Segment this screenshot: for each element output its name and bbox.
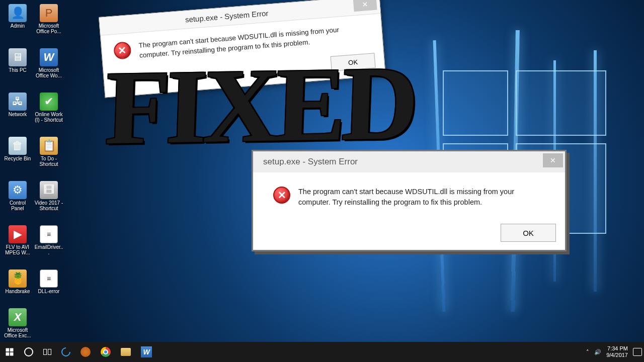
action-center-icon[interactable] (633, 348, 642, 356)
close-button[interactable]: ✕ (543, 153, 563, 167)
edge-icon (59, 345, 72, 358)
app-icon: W (40, 48, 58, 66)
explorer-button[interactable] (116, 342, 136, 362)
cortana-icon (24, 347, 33, 356)
app-icon: 👤 (9, 4, 27, 22)
close-button[interactable]: ✕ (353, 0, 377, 12)
app-icon: P (40, 4, 58, 22)
app-icon: 🎞 (40, 181, 58, 199)
desktop-icon[interactable]: 🍍Handbrake (3, 269, 32, 294)
task-view-button[interactable] (38, 342, 56, 362)
dialog-message: The program can't start because WDSUTIL.… (298, 187, 548, 208)
desktop-icon[interactable]: PMicrosoft Office Po... (34, 4, 63, 34)
desktop-icon[interactable]: 📋To Do - Shortcut (34, 137, 63, 167)
desktop-icon[interactable]: 🖧Network (3, 93, 32, 123)
task-view-icon (43, 349, 51, 355)
icon-label: Online Work (I) - Shortcut (34, 112, 63, 123)
svg-rect-1 (10, 348, 14, 352)
chrome-icon (101, 347, 111, 357)
firefox-button[interactable] (75, 342, 96, 362)
icon-label: Recycle Bin (5, 156, 31, 161)
desktop-icon[interactable]: 🗑Recycle Bin (3, 137, 32, 167)
app-icon: X (9, 308, 27, 326)
app-icon: ≡ (40, 225, 58, 243)
desktop-icons-grid: 👤AdminPMicrosoft Office Po...🖥This PCWMi… (3, 4, 63, 338)
start-button[interactable] (0, 342, 19, 362)
app-icon: 🖥 (9, 48, 27, 66)
chrome-button[interactable] (96, 342, 116, 362)
icon-label: Microsoft Office Wo... (34, 67, 63, 78)
icon-label: Control Panel (3, 200, 32, 211)
error-icon: ✕ (113, 41, 132, 60)
app-icon: ⚙ (9, 181, 27, 199)
svg-rect-0 (6, 348, 10, 352)
error-icon: ✕ (273, 187, 290, 204)
icon-label: FLV to AVI MPEG W... (3, 244, 32, 255)
icon-label: This PC (9, 67, 27, 73)
folder-icon (121, 348, 131, 356)
volume-icon[interactable]: 🔊 (594, 349, 601, 355)
clock-time: 7:34 PM (606, 345, 628, 352)
icon-label: DLL-error (38, 289, 60, 294)
icon-label: Admin (11, 23, 25, 29)
app-icon: ≡ (40, 269, 58, 288)
icon-label: Microsoft Office Po... (34, 23, 63, 34)
dialog-title: setup.exe - System Error (253, 157, 543, 167)
icon-label: Network (9, 112, 27, 117)
desktop-icon[interactable]: ≡DLL-error (34, 269, 63, 294)
edge-button[interactable] (56, 342, 75, 362)
icon-label: EmailDriver... (34, 244, 63, 255)
cortana-button[interactable] (19, 342, 38, 362)
icon-label: Video 2017 - Shortcut (34, 200, 63, 211)
ok-button[interactable]: OK (331, 53, 376, 71)
app-icon: 🍍 (9, 269, 27, 288)
desktop-icon[interactable]: 🖥This PC (3, 48, 32, 78)
clock-date: 9/4/2017 (606, 352, 628, 358)
desktop-icon[interactable]: XMicrosoft Office Exc... (3, 308, 32, 338)
dialog-titlebar[interactable]: setup.exe - System Error ✕ (253, 151, 565, 172)
word-taskbar-button[interactable]: W (136, 342, 157, 362)
desktop-icon[interactable]: WMicrosoft Office Wo... (34, 48, 63, 78)
firefox-icon (80, 347, 91, 357)
system-tray: ˄ 🔊 7:34 PM 9/4/2017 (586, 345, 644, 358)
svg-rect-3 (10, 352, 14, 356)
ok-button[interactable]: OK (501, 224, 556, 242)
desktop-icon[interactable]: ✔Online Work (I) - Shortcut (34, 93, 63, 123)
app-icon: 📋 (40, 137, 58, 155)
desktop-icon[interactable]: ▶FLV to AVI MPEG W... (3, 225, 32, 255)
desktop-icon[interactable]: ⚙Control Panel (3, 181, 32, 211)
icon-label: Handbrake (6, 289, 30, 294)
desktop-icon[interactable]: ≡EmailDriver... (34, 225, 63, 255)
app-icon: 🖧 (9, 93, 27, 111)
svg-rect-2 (6, 352, 10, 356)
error-dialog-2: setup.exe - System Error ✕ ✕ The program… (252, 150, 567, 251)
word-icon: W (141, 346, 152, 357)
app-icon: 🗑 (9, 137, 27, 155)
icon-label: Microsoft Office Exc... (3, 327, 32, 338)
app-icon: ✔ (40, 93, 58, 111)
tray-chevron-icon[interactable]: ˄ (586, 349, 589, 355)
app-icon: ▶ (9, 225, 27, 243)
desktop-icon[interactable]: 👤Admin (3, 4, 32, 34)
taskbar: W ˄ 🔊 7:34 PM 9/4/2017 (0, 342, 644, 362)
icon-label: To Do - Shortcut (34, 156, 63, 167)
desktop-icon[interactable]: 🎞Video 2017 - Shortcut (34, 181, 63, 211)
clock[interactable]: 7:34 PM 9/4/2017 (606, 345, 628, 358)
